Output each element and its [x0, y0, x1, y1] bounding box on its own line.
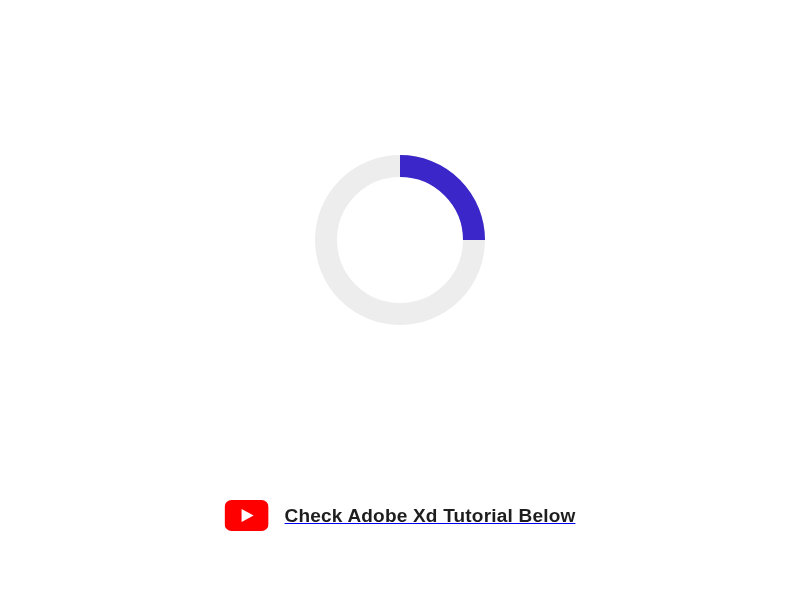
youtube-icon [225, 500, 269, 531]
tutorial-link[interactable]: Check Adobe Xd Tutorial Below [225, 500, 576, 531]
spinner-svg [315, 155, 485, 325]
spinner-arc [400, 166, 474, 240]
loading-spinner [315, 155, 485, 325]
tutorial-link-label: Check Adobe Xd Tutorial Below [285, 505, 576, 527]
